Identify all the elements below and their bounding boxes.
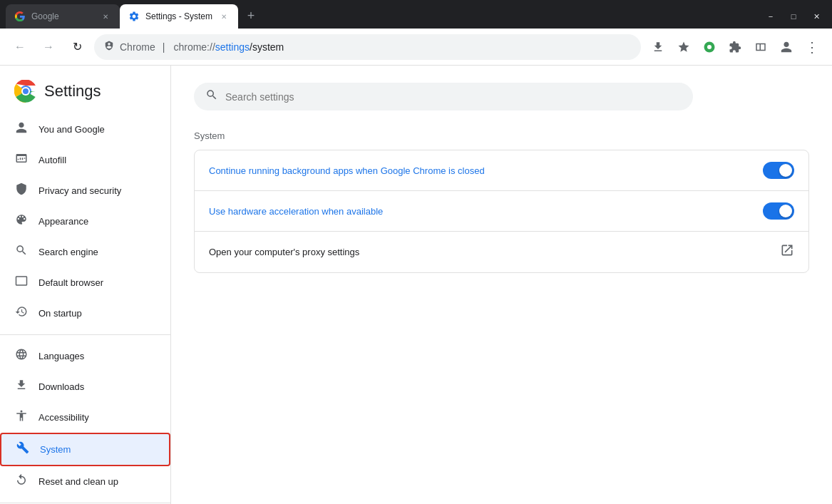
main-layout: Settings You and Google Autofill Privacy…: [0, 66, 832, 504]
address-bar[interactable]: Chrome | chrome://settings/system: [94, 34, 641, 60]
setting-row-background-apps: Continue running background apps when Go…: [195, 150, 808, 191]
accessibility-icon: [14, 409, 29, 426]
sidebar-label-system: System: [40, 444, 71, 455]
section-title: System: [194, 130, 809, 141]
settings-tab-title: Settings - System: [145, 11, 212, 21]
tab-bar: Google ✕ Settings - System ✕ +: [0, 0, 755, 29]
address-chrome-label: Chrome: [120, 41, 155, 53]
person-icon: [14, 121, 29, 138]
sidebar-toggle-icon[interactable]: [749, 36, 772, 58]
sidebar-item-you-and-google[interactable]: You and Google: [0, 114, 165, 145]
sidebar-label-downloads: Downloads: [38, 381, 84, 392]
search-bar[interactable]: [194, 83, 693, 110]
sidebar-item-reset-clean[interactable]: Reset and clean up: [0, 466, 165, 497]
search-input[interactable]: [225, 91, 682, 103]
search-engine-icon: [14, 244, 29, 260]
sidebar-item-accessibility[interactable]: Accessibility: [0, 402, 165, 433]
downloads-icon: [14, 379, 29, 395]
chrome-logo-icon: [14, 80, 37, 103]
proxy-external-link-icon[interactable]: [780, 243, 794, 261]
secure-icon: [104, 41, 114, 53]
google-tab-close[interactable]: ✕: [100, 11, 111, 22]
system-wrench-icon: [16, 441, 30, 458]
toolbar-icons: ⋮: [647, 36, 823, 58]
refresh-button[interactable]: ↻: [66, 36, 88, 58]
languages-icon: [14, 348, 29, 364]
sidebar-item-default-browser[interactable]: Default browser: [0, 267, 165, 298]
setting-row-hardware-acceleration: Use hardware acceleration when available: [195, 191, 808, 232]
sidebar-item-privacy-security[interactable]: Privacy and security: [0, 175, 165, 206]
search-icon: [205, 88, 218, 105]
appearance-icon: [14, 213, 29, 230]
sidebar-divider-1: [0, 334, 170, 335]
hardware-acceleration-label[interactable]: Use hardware acceleration when available: [209, 206, 383, 217]
startup-icon: [14, 305, 29, 322]
google-favicon: [14, 11, 26, 22]
maximize-button[interactable]: □: [784, 9, 803, 24]
back-button[interactable]: ←: [9, 36, 31, 58]
google-tab-title: Google: [31, 11, 94, 21]
sidebar-label-appearance: Appearance: [38, 216, 88, 227]
default-browser-icon: [14, 274, 29, 291]
setting-row-proxy-settings: Open your computer's proxy settings: [195, 232, 808, 272]
content-area: System Continue running background apps …: [171, 66, 832, 504]
chrome-extension-icon[interactable]: [698, 36, 721, 58]
forward-button[interactable]: →: [37, 36, 60, 58]
settings-card: Continue running background apps when Go…: [194, 150, 809, 273]
window-controls: − □ ✕: [755, 9, 832, 24]
extensions-puzzle-icon[interactable]: [724, 36, 746, 58]
addressbar-row: ← → ↻ Chrome | chrome://settings/system: [0, 29, 832, 66]
sidebar-label-accessibility: Accessibility: [38, 412, 89, 423]
avatar-icon[interactable]: [775, 36, 798, 58]
sidebar-label-on-startup: On startup: [38, 308, 82, 319]
new-tab-button[interactable]: +: [241, 6, 261, 26]
menu-dots-icon[interactable]: ⋮: [801, 36, 823, 58]
sidebar-item-appearance[interactable]: Appearance: [0, 206, 165, 237]
tab-google[interactable]: Google ✕: [6, 4, 120, 29]
sidebar: Settings You and Google Autofill Privacy…: [0, 66, 171, 504]
address-separator: |: [163, 41, 165, 53]
sidebar-label-default-browser: Default browser: [38, 277, 103, 288]
sidebar-divider-2: [0, 503, 170, 503]
sidebar-label-autofill: Autofill: [38, 155, 66, 165]
shield-icon: [14, 182, 29, 199]
url-highlight: settings: [215, 41, 250, 53]
sidebar-item-autofill[interactable]: Autofill: [0, 145, 165, 175]
sidebar-label-reset-clean: Reset and clean up: [38, 476, 118, 487]
reset-icon: [14, 473, 29, 490]
settings-title: Settings: [0, 71, 170, 114]
app-title: Settings: [44, 82, 101, 101]
background-apps-toggle[interactable]: [763, 162, 794, 179]
sidebar-label-search-engine: Search engine: [38, 247, 98, 257]
bookmark-star-icon[interactable]: [672, 36, 695, 58]
background-apps-label[interactable]: Continue running background apps when Go…: [209, 165, 485, 176]
minimize-button[interactable]: −: [761, 9, 781, 24]
autofill-icon: [14, 152, 29, 168]
sidebar-item-downloads[interactable]: Downloads: [0, 371, 165, 402]
titlebar: Google ✕ Settings - System ✕ + − □ ✕: [0, 0, 832, 29]
url-suffix: /system: [250, 41, 284, 53]
hardware-acceleration-toggle[interactable]: [763, 202, 794, 220]
sidebar-item-search-engine[interactable]: Search engine: [0, 237, 165, 267]
download-icon[interactable]: [647, 36, 669, 58]
sidebar-label-you-and-google: You and Google: [38, 124, 105, 135]
settings-tab-close[interactable]: ✕: [218, 11, 230, 22]
proxy-settings-label[interactable]: Open your computer's proxy settings: [209, 247, 359, 257]
sidebar-label-privacy-security: Privacy and security: [38, 185, 121, 196]
sidebar-item-system[interactable]: System: [0, 433, 170, 466]
url-prefix: chrome://: [173, 41, 215, 53]
svg-point-4: [23, 88, 29, 94]
address-url: chrome://settings/system: [173, 41, 284, 53]
close-button[interactable]: ✕: [806, 9, 826, 24]
sidebar-label-languages: Languages: [38, 351, 84, 361]
sidebar-item-languages[interactable]: Languages: [0, 341, 165, 371]
sidebar-item-on-startup[interactable]: On startup: [0, 298, 165, 329]
tab-settings[interactable]: Settings - System ✕: [120, 4, 238, 29]
settings-favicon: [128, 11, 140, 22]
